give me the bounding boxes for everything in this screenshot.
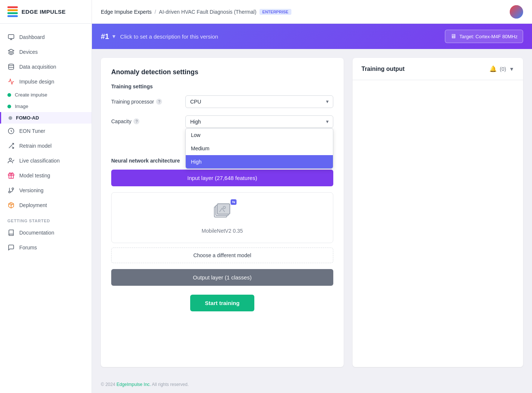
sidebar-item-eon-tuner[interactable]: EON Tuner [0, 124, 92, 138]
shuffle-icon [7, 142, 15, 150]
sidebar-item-retrain-model[interactable]: Retrain model [0, 138, 92, 153]
version-description[interactable]: Click to set a description for this vers… [120, 33, 218, 40]
sidebar-item-model-testing[interactable]: Model testing [0, 168, 92, 183]
capacity-dropdown-menu: Low Medium High [185, 128, 333, 169]
chevron-down-icon[interactable]: ▼ [509, 66, 514, 72]
svg-point-4 [9, 64, 14, 66]
capacity-control: Low Medium High ▼ Low Medium High [185, 115, 333, 128]
left-panel: Anomaly detection settings Training sett… [101, 58, 344, 367]
sidebar-item-label: Dashboard [19, 34, 45, 40]
sidebar-item-label: EON Tuner [19, 128, 45, 134]
capacity-option-medium[interactable]: Medium [186, 142, 333, 155]
training-output-body [353, 80, 523, 367]
capacity-help-icon[interactable]: ? [133, 118, 139, 124]
user-check-icon [7, 157, 15, 164]
sidebar-item-live-classification[interactable]: Live classification [0, 153, 92, 168]
sidebar-sub-fomo-ad[interactable]: FOMO-AD [0, 112, 92, 124]
target-button[interactable]: 🖥 Target: Cortex-M4F 80MHz [445, 30, 523, 43]
version-number: #1 [101, 32, 109, 41]
training-output-title: Training output [361, 66, 404, 72]
main-content: Edge Impulse Experts / AI-driven HVAC Fa… [92, 0, 532, 393]
training-settings-label: Training settings [111, 83, 333, 89]
training-processor-help-icon[interactable]: ? [156, 99, 162, 105]
sidebar-item-label: Devices [19, 49, 38, 55]
sidebar-item-devices[interactable]: Devices [0, 45, 92, 59]
sidebar-item-label: Live classification [19, 158, 60, 164]
model-svg-icon [212, 202, 233, 222]
logo-area: EDGE IMPULSE [0, 0, 92, 24]
breadcrumb-separator: / [155, 9, 156, 15]
sidebar-sub-create-impulse[interactable]: Create impulse [0, 89, 92, 101]
sidebar-item-impulse-design[interactable]: Impulse design [0, 74, 92, 89]
logo-icon [7, 6, 18, 17]
dot-icon [7, 93, 11, 97]
enterprise-badge: ENTERPRISE [260, 9, 291, 15]
version-dropdown-icon: ▼ [111, 33, 116, 39]
svg-rect-0 [9, 35, 14, 39]
capacity-text: Capacity [111, 118, 131, 124]
training-processor-control: CPU ▼ [185, 95, 333, 108]
company-link[interactable]: EdgeImpulse Inc. [116, 382, 151, 387]
model-badge: ⇆ [231, 199, 237, 205]
notification-area: 🔔 (0) ▼ [489, 65, 514, 72]
training-processor-text: Training processor [111, 99, 154, 105]
choose-model-button[interactable]: Choose a different model [111, 248, 333, 263]
sidebar-item-label: Model testing [19, 173, 50, 179]
start-training-button[interactable]: Start training [190, 295, 254, 311]
sidebar-sub-label: Image [15, 104, 28, 109]
layers-icon [7, 48, 15, 56]
svg-marker-3 [9, 49, 14, 52]
sidebar-sub-image[interactable]: Image [0, 101, 92, 112]
sidebar-item-label: Data acquisition [19, 64, 56, 70]
version-info: #1 ▼ Click to set a description for this… [101, 32, 218, 41]
logo-text: EDGE IMPULSE [22, 9, 66, 15]
content-area: Anomaly detection settings Training sett… [92, 49, 532, 376]
sidebar-item-versioning[interactable]: Versioning [0, 183, 92, 198]
sidebar-item-deployment[interactable]: Deployment [0, 198, 92, 213]
target-label: Target: Cortex-M4F 80MHz [459, 34, 518, 39]
purple-header: #1 ▼ Click to set a description for this… [92, 24, 532, 49]
capacity-label: Capacity ? [111, 115, 185, 124]
gift-icon [7, 172, 15, 179]
training-processor-label: Training processor ? [111, 99, 185, 105]
breadcrumb: Edge Impulse Experts / AI-driven HVAC Fa… [101, 9, 291, 15]
book-icon [7, 229, 15, 236]
breadcrumb-link[interactable]: Edge Impulse Experts [101, 9, 152, 15]
topbar: Edge Impulse Experts / AI-driven HVAC Fa… [92, 0, 532, 24]
model-card: ⇆ MobileNetV2 0.35 [111, 192, 333, 243]
sidebar-item-label: Impulse design [19, 79, 54, 85]
output-layer-button: Output layer (1 classes) [111, 269, 333, 286]
getting-started-label: GETTING STARTED [0, 213, 92, 225]
database-icon [7, 63, 15, 71]
capacity-option-low[interactable]: Low [186, 128, 333, 142]
sidebar-item-label: Documentation [19, 230, 54, 236]
svg-point-13 [9, 191, 10, 193]
svg-point-16 [510, 5, 523, 19]
svg-point-12 [12, 188, 14, 190]
svg-point-8 [9, 158, 11, 160]
sidebar-item-label: Deployment [19, 202, 47, 208]
sidebar-item-documentation[interactable]: Documentation [0, 225, 92, 240]
gauge-icon [7, 127, 15, 135]
sidebar-item-dashboard[interactable]: Dashboard [0, 30, 92, 45]
input-layer-button[interactable]: Input layer (27,648 features) [111, 170, 333, 186]
sidebar-item-label: Retrain model [19, 143, 52, 149]
notification-count: (0) [500, 66, 506, 72]
sidebar-item-data-acquisition[interactable]: Data acquisition [0, 59, 92, 74]
panel-title: Anomaly detection settings [111, 68, 333, 76]
version-badge[interactable]: #1 ▼ [101, 32, 116, 41]
bell-slash-icon: 🔔 [489, 65, 497, 72]
avatar [510, 5, 523, 19]
activity-icon [7, 78, 15, 85]
monitor-icon [7, 33, 15, 41]
sidebar-nav: Dashboard Devices Data acquisition Impul… [0, 24, 92, 393]
training-processor-select[interactable]: CPU [185, 95, 333, 108]
capacity-select[interactable]: Low Medium High [185, 115, 333, 128]
right-panel: Training output 🔔 (0) ▼ [353, 58, 523, 367]
sidebar-item-forums[interactable]: Forums [0, 240, 92, 255]
sidebar-sub-label: FOMO-AD [16, 115, 39, 121]
training-output-header: Training output 🔔 (0) ▼ [353, 58, 523, 80]
copyright: © 2024 [101, 382, 115, 387]
message-circle-icon [7, 244, 15, 251]
capacity-option-high[interactable]: High [186, 155, 333, 168]
